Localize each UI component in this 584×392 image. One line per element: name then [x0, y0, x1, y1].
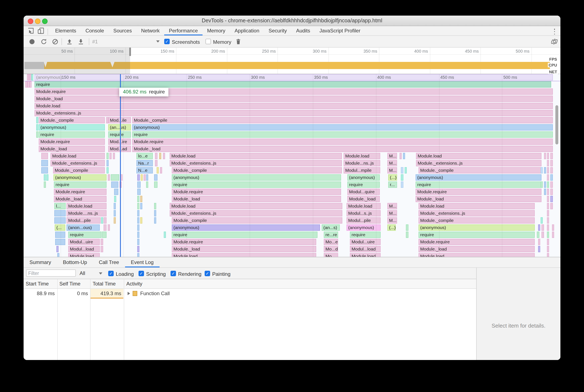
flame-bar-fragment[interactable] [547, 189, 549, 195]
flame-bar-module-load[interactable]: Module.load [68, 253, 100, 257]
flame-bar-module-load[interactable]: Module.load [418, 253, 535, 257]
flame-bar-fragment[interactable] [547, 174, 549, 181]
flame-bar-fragment[interactable] [102, 232, 106, 238]
checkbox-scripting[interactable]: ✓ [138, 271, 144, 276]
flame-bar-require[interactable]: require [54, 182, 106, 188]
flame-bar-fragment[interactable] [54, 210, 66, 216]
flame-bar-mo-e[interactable]: Mo...e [324, 239, 338, 245]
flame-bar-module-load[interactable]: Module._load [34, 96, 553, 102]
flame-bar-[interactable]: (...) [387, 224, 396, 231]
flame-bar-fragment[interactable] [36, 131, 38, 138]
flame-bar-anonymous[interactable]: (anonymous) [416, 174, 542, 181]
table-row[interactable]: 88.9 ms 0 ms 419.3 ms Function Call [24, 289, 476, 298]
flame-bar-require[interactable]: require [418, 232, 535, 238]
flame-bar-fragment[interactable] [164, 232, 166, 238]
tab-performance[interactable]: Performance [164, 26, 202, 35]
flame-bar-module-ns-js[interactable]: Module...ns..js [344, 160, 380, 166]
flame-bar-module-require[interactable]: Module.require [418, 239, 535, 245]
tab-security[interactable]: Security [264, 26, 292, 35]
screenshots-label[interactable]: Screenshots [172, 39, 200, 45]
flame-bar-fragment[interactable] [137, 203, 139, 209]
flame-bar-anon-ous[interactable]: (anon...ous) [66, 224, 100, 231]
flame-bar-na-r[interactable]: Na...r [136, 160, 153, 166]
flame-bar-anonymous[interactable]: (anonymous) [34, 74, 553, 80]
flame-bar-require[interactable]: require [108, 131, 131, 138]
memory-label[interactable]: Memory [213, 39, 231, 45]
flame-bar-anonymous[interactable]: (anonymous) [39, 124, 105, 130]
flame-bar-module-compile[interactable]: Module._compile [172, 167, 342, 174]
tab-network[interactable]: Network [136, 26, 164, 35]
flame-bar-module-require[interactable]: Module.require [416, 189, 542, 195]
flame-bar-module-compile[interactable]: Module._compile [418, 167, 542, 174]
flame-bar-fragment[interactable] [113, 153, 115, 159]
flame-bar-an-s[interactable]: (an...s) [322, 224, 340, 231]
vertical-scrollbar[interactable] [555, 105, 558, 144]
flame-bar-require[interactable]: require [34, 81, 551, 88]
flame-bar-fragment[interactable] [544, 153, 546, 159]
flame-bar-fragment[interactable] [36, 117, 38, 123]
flame-bar-fragment[interactable] [137, 253, 139, 257]
flame-bar-l[interactable]: l... [54, 203, 66, 209]
tab-audits[interactable]: Audits [291, 26, 315, 35]
flame-bar-fragment[interactable] [547, 210, 549, 216]
flame-bar-fragment[interactable] [108, 224, 110, 231]
flame-bar-fragment[interactable] [544, 167, 546, 174]
flame-bar-anonymous[interactable]: (anonymous) [172, 174, 341, 181]
flame-bar-mo[interactable]: Mo... [324, 253, 338, 257]
flame-bar-module-load[interactable]: Module._load [347, 196, 380, 202]
flame-bar-fragment[interactable] [41, 153, 48, 159]
column-header-total-time[interactable]: Total Time [93, 281, 116, 287]
column-header-activity[interactable]: Activity [126, 281, 142, 287]
flame-bar-mo-d[interactable]: Mo...d [324, 246, 338, 252]
flame-bar-fragment[interactable] [538, 246, 540, 252]
flame-bar-module-require[interactable]: Module.require [172, 189, 341, 195]
flame-bar-fragment[interactable] [547, 196, 549, 202]
flame-bar-fragment[interactable] [141, 174, 143, 181]
flame-bar-modul-pile[interactable]: Modul...pile [346, 217, 381, 224]
tab-summary[interactable]: Summary [24, 257, 57, 267]
flame-bar-module-load[interactable]: Module.load [344, 153, 380, 159]
column-header-self-time[interactable]: Self Time [59, 281, 80, 287]
flame-bar-fragment[interactable] [547, 203, 549, 209]
flame-bar-module-require[interactable]: Module.require [172, 239, 316, 245]
flame-bar-fragment[interactable] [114, 210, 116, 216]
flame-bar-modul-s-js[interactable]: Modul...s..js [346, 210, 381, 216]
flame-bar-fragment[interactable] [541, 217, 543, 224]
flame-bar-fragment[interactable] [41, 167, 48, 174]
checkbox-painting[interactable]: ✓ [205, 271, 210, 276]
flame-bar-fragment[interactable] [157, 167, 159, 174]
flame-bar-fragment[interactable] [401, 174, 403, 181]
flame-bar-fragment[interactable] [27, 81, 30, 88]
flame-bar-module-load[interactable]: Module.load [416, 153, 542, 159]
flame-bar-fragment[interactable] [30, 81, 32, 88]
flame-bar-r[interactable]: r... [388, 182, 397, 188]
flame-bar-fragment[interactable] [56, 246, 58, 252]
flame-bar-m-s[interactable]: M...s [387, 210, 397, 216]
flame-bar-fragment[interactable] [144, 174, 146, 181]
flame-bar-module-compile[interactable]: Module._compile [39, 117, 105, 123]
flame-bar-modul-load[interactable]: Modul...load [68, 246, 100, 252]
checkbox-label-painting[interactable]: Painting [212, 271, 230, 277]
flame-bar-fragment[interactable] [547, 160, 549, 166]
flame-bar-fragment[interactable] [160, 167, 162, 174]
checkbox-label-scripting[interactable]: Scripting [146, 271, 166, 277]
device-toolbar-icon[interactable] [38, 27, 44, 34]
flame-bar-fragment[interactable] [544, 182, 546, 188]
flame-bar-module-extensions-js[interactable]: Module._extensions..js [50, 160, 105, 166]
flame-bar-fragment[interactable] [163, 153, 165, 159]
flame-bar-fragment[interactable] [538, 239, 540, 245]
flame-bar-fragment[interactable] [114, 196, 116, 202]
flame-bar-fragment[interactable] [137, 196, 139, 202]
flame-bar-fragment[interactable] [29, 74, 31, 80]
flame-bar-module-extensions-js[interactable]: Module._extensions..js [170, 160, 342, 166]
flame-bar-fragment[interactable] [114, 217, 116, 224]
checkbox-loading[interactable]: ✓ [108, 271, 114, 276]
flame-bar-fragment[interactable] [101, 239, 103, 245]
flame-bar-fragment[interactable] [544, 189, 546, 195]
flame-chart[interactable]: (anonymous)requireModule.requireModule._… [24, 74, 560, 257]
flame-bar-mod-ire[interactable]: Mod...ire [108, 138, 131, 145]
flame-bar-fragment[interactable] [537, 232, 539, 238]
flame-bar-fragment[interactable] [137, 210, 139, 216]
tab-sources[interactable]: Sources [109, 26, 136, 35]
flame-bar-module-require[interactable]: Module.require [54, 189, 106, 195]
